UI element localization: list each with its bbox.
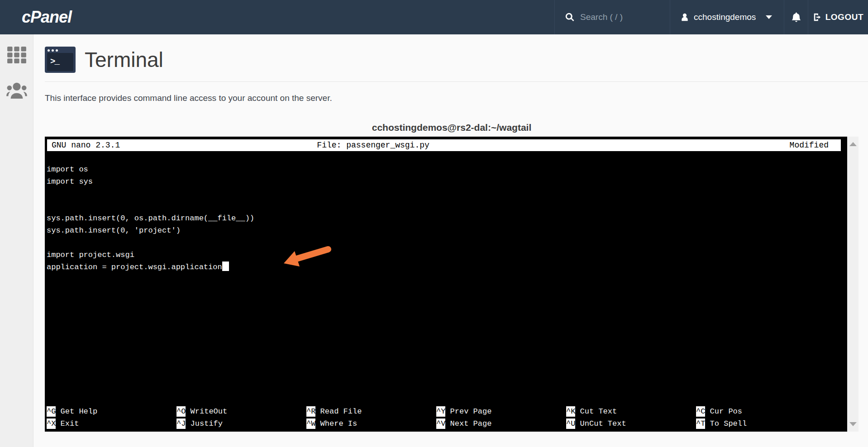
search-box[interactable] [554, 0, 670, 34]
sidebar-item-users[interactable] [0, 76, 33, 105]
page-header: >_ Terminal [45, 47, 868, 73]
nano-shortcut: ^J Justify [176, 418, 306, 430]
terminal-scrollbar[interactable] [847, 137, 858, 432]
nano-shortcut: ^G Get Help [47, 405, 176, 418]
nano-shortcut-key: ^G [47, 406, 56, 417]
bell-icon [791, 11, 802, 24]
cpanel-logo: cPanel [22, 8, 72, 27]
nano-file-label: File: passenger_wsgi.py [317, 139, 429, 151]
nano-shortcut: ^X Exit [47, 418, 176, 430]
nano-shortcut-key: ^U [566, 418, 575, 429]
sidebar-item-tools[interactable] [0, 41, 33, 70]
top-navbar: cPanel cchostingdemos LOGO [0, 0, 868, 34]
terminal-section: cchostingdemos@rs2-dal:~/wagtail GNU nan… [45, 122, 858, 432]
nano-shortcut-key: ^K [566, 406, 575, 417]
nano-shortcut-key: ^Y [436, 406, 445, 417]
header-divider [45, 81, 868, 82]
main-content: >_ Terminal This interface provides comm… [33, 34, 868, 447]
code-line: import project.wsgi [47, 249, 847, 261]
nano-shortcut-key: ^J [176, 418, 186, 429]
scroll-down-icon[interactable] [849, 422, 857, 426]
nano-shortcut-key: ^V [436, 418, 445, 429]
logout-label: LOGOUT [825, 12, 863, 22]
user-icon [680, 13, 689, 22]
nano-shortcut-key: ^C [696, 406, 705, 417]
username-label: cchostingdemos [694, 12, 756, 22]
nano-version-label: GNU nano 2.3.1 [52, 139, 120, 151]
nano-shortcut: ^Y Prev Page [436, 405, 566, 418]
terminal-screen[interactable]: GNU nano 2.3.1 File: passenger_wsgi.py M… [45, 137, 847, 432]
nano-shortcut-key: ^X [47, 418, 56, 429]
nano-shortcut: ^T To Spell [696, 418, 826, 430]
nano-modified-badge: Modified [790, 139, 829, 151]
navbar-right: cchostingdemos LOGOUT [554, 0, 868, 34]
terminal-cursor [222, 262, 229, 271]
notifications-button[interactable] [784, 0, 808, 34]
logout-button[interactable]: LOGOUT [808, 0, 868, 34]
nano-shortcut: ^W Where Is [306, 418, 436, 430]
scroll-up-icon[interactable] [849, 142, 857, 146]
code-line [47, 237, 847, 249]
nano-shortcut-key: ^W [306, 418, 315, 429]
nano-shortcut: ^K Cut Text [566, 405, 696, 418]
page-description: This interface provides command line acc… [45, 93, 868, 103]
user-menu[interactable]: cchostingdemos [670, 0, 784, 34]
code-line: import sys [47, 176, 847, 188]
nano-shortcut-key: ^T [696, 418, 705, 429]
terminal-area: GNU nano 2.3.1 File: passenger_wsgi.py M… [45, 137, 858, 432]
nano-shortcut-key: ^O [176, 406, 186, 417]
nano-shortcuts: ^G Get Help^O WriteOut^R Read File^Y Pre… [47, 405, 826, 430]
logout-icon [813, 12, 823, 22]
prompt-glyph: >_ [47, 53, 73, 71]
nano-shortcut: ^R Read File [306, 405, 436, 418]
nano-code: import osimport syssys.path.insert(0, os… [45, 163, 847, 273]
nano-shortcut: ^O WriteOut [176, 405, 306, 418]
chevron-down-icon [766, 15, 772, 19]
code-line [47, 200, 847, 212]
nano-header-bar: GNU nano 2.3.1 File: passenger_wsgi.py M… [47, 139, 841, 151]
terminal-app-icon: >_ [45, 47, 76, 73]
nano-shortcut-key: ^R [306, 406, 315, 417]
page-title: Terminal [85, 48, 163, 72]
terminal-session-title: cchostingdemos@rs2-dal:~/wagtail [45, 122, 858, 133]
search-input[interactable] [580, 12, 657, 22]
window-dots-icon [47, 48, 73, 53]
code-line [47, 188, 847, 200]
code-line: sys.path.insert(0, os.path.dirname(__fil… [47, 212, 847, 224]
code-line: sys.path.insert(0, 'project') [47, 224, 847, 237]
nano-shortcut: ^V Next Page [436, 418, 566, 430]
nano-shortcut: ^U UnCut Text [566, 418, 696, 430]
code-line: import os [47, 163, 847, 176]
sidebar [0, 34, 33, 447]
nano-shortcut: ^C Cur Pos [696, 405, 826, 418]
apps-grid-icon [7, 47, 26, 64]
code-line: application = project.wsgi.application [47, 261, 847, 273]
users-group-icon [6, 81, 27, 100]
search-icon [565, 12, 575, 22]
